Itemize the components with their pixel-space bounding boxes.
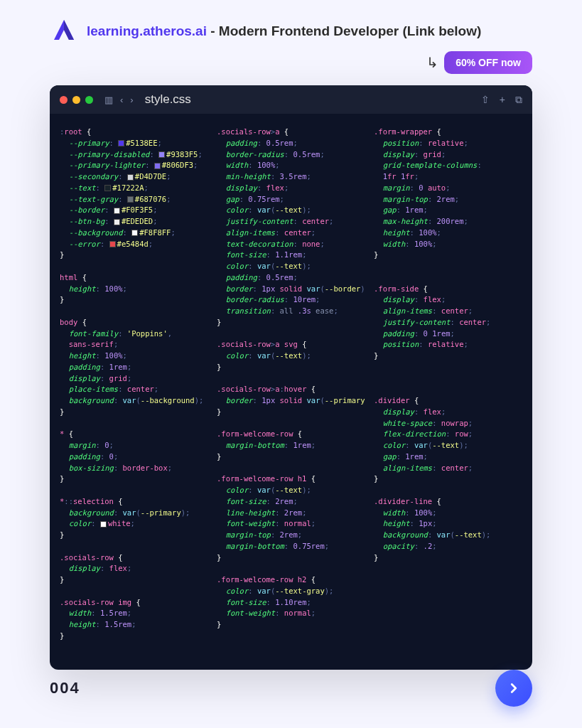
header: learning.atheros.ai - Modern Frontend De… xyxy=(0,0,582,51)
promo-badge[interactable]: 60% OFF now xyxy=(444,51,532,74)
filename: style.css xyxy=(145,92,191,107)
header-link[interactable]: learning.atheros.ai xyxy=(87,23,207,38)
back-icon[interactable]: ‹ xyxy=(120,95,123,105)
footer: 004 xyxy=(50,670,532,707)
maximize-icon[interactable] xyxy=(85,96,93,104)
forward-icon[interactable]: › xyxy=(130,95,133,105)
code-editor: ▥ ‹ › style.css ⇧ + ⧉ :root { --primary:… xyxy=(50,85,532,670)
code-column-3: .form-wrapper { position: relative; disp… xyxy=(374,127,522,653)
next-button[interactable] xyxy=(495,670,532,707)
traffic-lights xyxy=(60,96,93,104)
code-column-1: :root { --primary: #5138EE; --primary-di… xyxy=(60,127,208,653)
titlebar: ▥ ‹ › style.css ⇧ + ⧉ xyxy=(50,85,532,114)
chevron-right-icon xyxy=(506,680,522,696)
code-area: :root { --primary: #5138EE; --primary-di… xyxy=(50,114,532,670)
page-number: 004 xyxy=(50,679,80,697)
plus-icon[interactable]: + xyxy=(500,94,505,106)
copy-icon[interactable]: ⧉ xyxy=(515,94,522,106)
code-column-2: .socials-row>a { padding: 0.5rem; border… xyxy=(217,127,365,653)
curved-arrow-icon: ↳ xyxy=(426,54,438,71)
header-subtitle: - Modern Frontend Developer (Link below) xyxy=(207,23,481,38)
promo-row: ↳ 60% OFF now xyxy=(0,51,582,85)
logo-icon xyxy=(50,17,78,46)
minimize-icon[interactable] xyxy=(72,96,80,104)
sidebar-icon[interactable]: ▥ xyxy=(104,95,113,105)
close-icon[interactable] xyxy=(60,96,68,104)
share-icon[interactable]: ⇧ xyxy=(481,94,490,106)
header-title: learning.atheros.ai - Modern Frontend De… xyxy=(87,23,481,39)
